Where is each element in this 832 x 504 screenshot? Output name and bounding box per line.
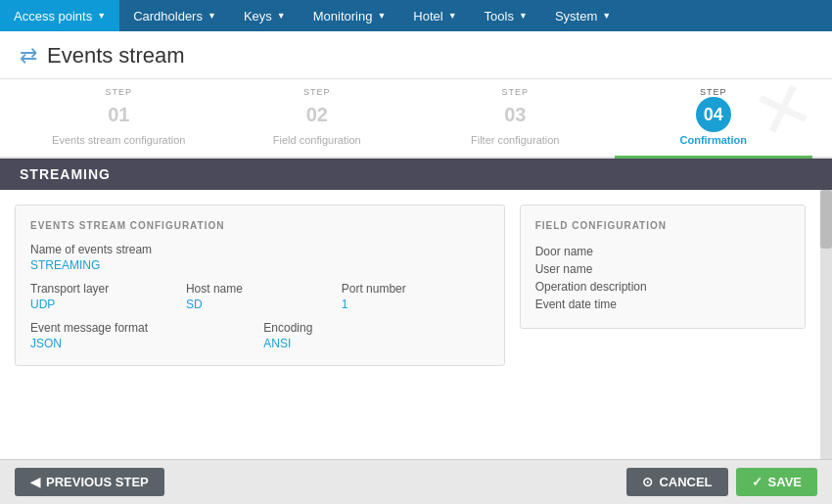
prev-step-label: PREVIOUS STEP <box>46 475 149 489</box>
scrollbar-thumb[interactable] <box>820 190 832 249</box>
field-list-item: Door name <box>535 243 790 260</box>
nav-system[interactable]: System ▼ <box>541 0 624 31</box>
field-list-item: Event date time <box>535 296 790 313</box>
cancel-label: CANCEL <box>659 475 712 489</box>
nav-cardholders-label: Cardholders <box>133 9 203 23</box>
step-1[interactable]: STEP 01 Events stream configuration <box>20 79 218 159</box>
page-title: Events stream <box>47 43 185 69</box>
nav-hotel-label: Hotel <box>413 9 442 23</box>
save-button[interactable]: ✓ SAVE <box>736 468 817 496</box>
section-header: STREAMING <box>0 159 832 190</box>
page-header: ⇄ Events stream <box>0 31 832 79</box>
nav-monitoring-chevron: ▼ <box>377 11 386 21</box>
format-value: JSON <box>30 337 255 350</box>
step-1-num: 01 <box>101 97 136 132</box>
step-3-label: STEP <box>426 87 605 97</box>
format-grid: Event message format JSON Encoding ANSI <box>30 321 489 350</box>
nav-system-label: System <box>555 9 597 23</box>
content-scroll: EVENTS STREAM CONFIGURATION Name of even… <box>0 190 820 459</box>
nav-access-points[interactable]: Access points ▼ <box>0 0 119 31</box>
save-label: SAVE <box>768 475 802 489</box>
encoding-col: Encoding ANSI <box>263 321 488 350</box>
field-list-item: User name <box>535 260 790 278</box>
host-label: Host name <box>186 282 334 296</box>
host-col: Host name SD <box>186 282 334 311</box>
nav-monitoring[interactable]: Monitoring ▼ <box>300 0 400 31</box>
events-config-panel: EVENTS STREAM CONFIGURATION Name of even… <box>15 205 505 366</box>
main-content: EVENTS STREAM CONFIGURATION Name of even… <box>0 190 832 459</box>
step-1-title: Events stream configuration <box>29 134 208 146</box>
field-config-title: FIELD CONFIGURATION <box>535 220 790 231</box>
port-col: Port number 1 <box>342 282 489 311</box>
format-label: Event message format <box>30 321 255 335</box>
footer: ◀ PREVIOUS STEP ⊙ CANCEL ✓ SAVE <box>0 459 832 504</box>
steps-bar: STEP 01 Events stream configuration STEP… <box>0 79 832 159</box>
nav-access-points-chevron: ▼ <box>97 11 106 21</box>
nav-tools-chevron: ▼ <box>519 11 528 21</box>
nav-keys[interactable]: Keys ▼ <box>230 0 300 31</box>
nav-access-points-label: Access points <box>14 9 92 23</box>
save-icon: ✓ <box>752 475 763 489</box>
footer-right: ⊙ CANCEL ✓ SAVE <box>626 468 817 496</box>
prev-step-button[interactable]: ◀ PREVIOUS STEP <box>15 468 164 496</box>
nav-cardholders-chevron: ▼ <box>208 11 216 21</box>
nav-system-chevron: ▼ <box>602 11 611 21</box>
field-list-item: Operation description <box>535 278 790 296</box>
scrollbar-track[interactable] <box>820 190 832 459</box>
name-field-row: Name of events stream STREAMING <box>30 243 489 272</box>
transport-grid: Transport layer UDP Host name SD Port nu… <box>30 282 489 311</box>
nav-hotel-chevron: ▼ <box>448 11 457 21</box>
port-value: 1 <box>342 298 489 311</box>
encoding-label: Encoding <box>263 321 488 335</box>
nav-cardholders[interactable]: Cardholders ▼ <box>119 0 230 31</box>
events-config-title: EVENTS STREAM CONFIGURATION <box>30 220 489 231</box>
nav-monitoring-label: Monitoring <box>313 9 373 23</box>
name-label: Name of events stream <box>30 243 489 256</box>
step-4[interactable]: STEP 04 Confirmation <box>615 79 813 159</box>
format-col: Event message format JSON <box>30 321 255 350</box>
nav-keys-label: Keys <box>244 9 272 23</box>
prev-step-icon: ◀ <box>30 475 40 489</box>
step-2-title: Field configuration <box>228 134 407 146</box>
field-list: Door nameUser nameOperation descriptionE… <box>535 243 790 313</box>
step-3-num: 03 <box>497 97 532 132</box>
step-2-label: STEP <box>228 87 407 97</box>
transport-value: UDP <box>30 298 178 311</box>
page-content: ⇄ Events stream STEP 01 Events stream co… <box>0 31 832 504</box>
transport-label: Transport layer <box>30 282 178 296</box>
step-4-title: Confirmation <box>624 134 804 146</box>
step-2[interactable]: STEP 02 Field configuration <box>218 79 417 159</box>
section-header-label: STREAMING <box>20 166 111 182</box>
step-4-label: STEP <box>624 87 804 97</box>
nav-tools[interactable]: Tools ▼ <box>471 0 541 31</box>
step-4-num: 04 <box>696 97 731 132</box>
step-2-num: 02 <box>300 97 335 132</box>
top-nav: Access points ▼ Cardholders ▼ Keys ▼ Mon… <box>0 0 832 31</box>
field-config-panel: FIELD CONFIGURATION Door nameUser nameOp… <box>520 205 806 329</box>
name-value: STREAMING <box>30 258 489 272</box>
port-label: Port number <box>342 282 489 296</box>
nav-tools-label: Tools <box>485 9 514 23</box>
nav-hotel[interactable]: Hotel ▼ <box>399 0 470 31</box>
events-stream-icon: ⇄ <box>20 43 37 69</box>
step-3[interactable]: STEP 03 Filter configuration <box>416 79 615 159</box>
step-1-label: STEP <box>29 87 208 97</box>
encoding-value: ANSI <box>263 337 488 350</box>
host-value: SD <box>186 298 334 311</box>
transport-col: Transport layer UDP <box>30 282 178 311</box>
cancel-icon: ⊙ <box>642 475 653 489</box>
step-3-title: Filter configuration <box>426 134 605 146</box>
nav-keys-chevron: ▼ <box>277 11 286 21</box>
cancel-button[interactable]: ⊙ CANCEL <box>626 468 727 496</box>
